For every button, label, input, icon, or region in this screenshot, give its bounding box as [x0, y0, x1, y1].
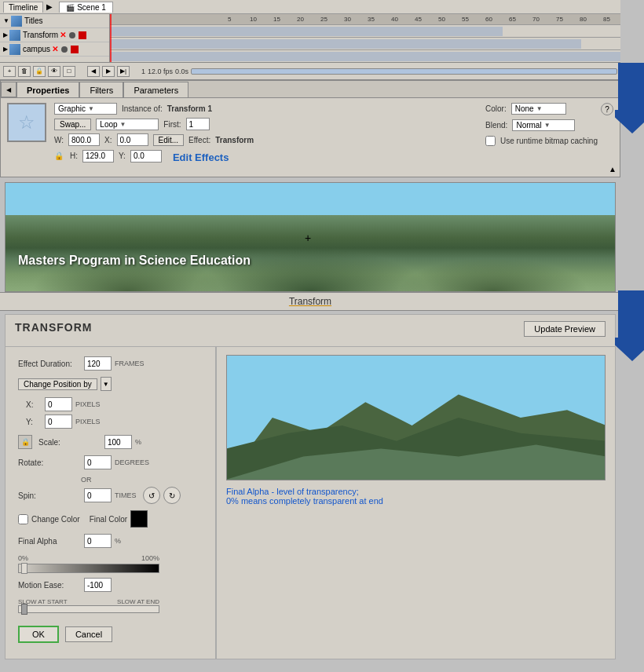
tab-filters[interactable]: Filters — [79, 82, 123, 97]
hint-line1: Final Alpha - level of transparency; — [226, 487, 606, 496]
frame-scrubber[interactable] — [191, 68, 617, 75]
bitmap-row: Use runtime bitmap caching — [485, 136, 598, 146]
bitmap-cache-checkbox[interactable] — [485, 136, 496, 146]
width-input[interactable] — [68, 133, 100, 146]
change-color-checkbox[interactable] — [18, 514, 28, 524]
y-label-prop: Y: — [119, 152, 126, 160]
lock-btn[interactable]: 🔒 — [33, 66, 46, 77]
timeline-ruler: ▼ Titles ▶ Transform ✕ ▶ campus ✕ — [0, 14, 620, 63]
layer-row-titles[interactable]: ▼ Titles — [0, 14, 109, 28]
height-input[interactable] — [82, 150, 114, 163]
x-label-prop: X: — [104, 136, 112, 144]
frame-btn[interactable]: □ — [63, 66, 75, 77]
alpha-slider[interactable] — [18, 564, 159, 573]
eye-btn[interactable]: 👁 — [48, 66, 60, 77]
y-row: Y: PIXELS — [26, 415, 203, 429]
ruler-50: 50 — [438, 16, 445, 23]
trash-btn[interactable]: 🗑 — [18, 66, 31, 77]
x-field-input[interactable] — [45, 397, 72, 411]
rotate-input[interactable] — [84, 455, 112, 469]
alpha-slider-thumb[interactable] — [21, 563, 27, 574]
ruler-5: 5 — [228, 16, 231, 23]
panel-expand-icon[interactable]: ▲ — [609, 165, 617, 173]
motion-ease-row: Motion Ease: — [18, 578, 203, 592]
lock-icon: 🔒 — [54, 152, 64, 160]
timeline-tab[interactable]: Timeline — [3, 2, 43, 13]
tab-parameters[interactable]: Parameters — [123, 82, 188, 97]
first-label: First: — [163, 120, 181, 129]
first-input[interactable] — [186, 118, 210, 130]
help-icon[interactable]: ? — [601, 103, 613, 115]
transform-square-icon — [79, 31, 86, 39]
play-btn[interactable]: ▶ — [102, 66, 115, 77]
prop-icon[interactable]: ◀ — [1, 82, 16, 97]
next-frame-btn[interactable]: ▶| — [117, 66, 130, 77]
spin-cw-btn[interactable]: ↻ — [163, 487, 181, 504]
effect-duration-label: Effect Duration: — [18, 360, 81, 368]
lock-scale-icon[interactable]: 🔒 — [18, 435, 32, 449]
effect-duration-input[interactable] — [84, 356, 112, 371]
blend-dropdown[interactable]: Normal ▼ — [512, 119, 575, 131]
dropdown-arrow-loop: ▼ — [120, 121, 126, 128]
arrow-1-svg — [615, 63, 644, 133]
spin-input[interactable] — [84, 488, 112, 502]
color-dropdown[interactable]: None ▼ — [511, 103, 566, 115]
layer-row-transform[interactable]: ▶ Transform ✕ — [0, 28, 109, 42]
alpha-input[interactable] — [84, 534, 112, 548]
ruler-10: 10 — [250, 16, 257, 23]
y-field-input[interactable] — [45, 415, 72, 429]
edit-effects-label[interactable]: Edit Effects — [173, 152, 229, 163]
tab-properties[interactable]: Properties — [16, 82, 79, 97]
final-color-swatch[interactable] — [130, 510, 148, 528]
ruler-35: 35 — [368, 16, 375, 23]
instance-of-label: Instance of: — [122, 104, 163, 113]
scale-label: Scale: — [38, 438, 101, 447]
final-color-label: Final Color — [90, 515, 127, 524]
position-dropdown[interactable]: Change Position by — [18, 378, 97, 390]
transform-title: TRANSFORM — [15, 321, 92, 334]
ruler-40: 40 — [391, 16, 398, 23]
blend-row: Blend: Normal ▼ — [485, 119, 598, 131]
ruler-65: 65 — [509, 16, 516, 23]
spin-ccw-btn[interactable]: ↺ — [143, 487, 160, 504]
new-layer-btn[interactable]: + — [3, 66, 16, 77]
time-display: 0.0s — [175, 68, 188, 75]
update-preview-btn[interactable]: Update Preview — [524, 321, 606, 337]
fps-display: 12.0 fps — [148, 68, 173, 75]
symbol-type-dropdown[interactable]: Graphic ▼ — [54, 103, 117, 115]
motion-slider-thumb[interactable] — [21, 604, 27, 615]
position-row: Change Position by ▼ — [18, 377, 203, 391]
scale-input[interactable] — [104, 435, 132, 449]
motion-slider[interactable] — [18, 605, 159, 613]
transform-label-bar: Transform — [0, 292, 620, 311]
x-input[interactable] — [117, 133, 148, 146]
layer-row-campus[interactable]: ▶ campus ✕ — [0, 42, 109, 57]
blend-label: Blend: — [485, 121, 507, 130]
motion-ease-input[interactable] — [84, 578, 112, 592]
color-change-row: Change Color Final Color — [18, 510, 203, 528]
cancel-btn[interactable]: Cancel — [65, 626, 112, 642]
y-field-label: Y: — [26, 418, 42, 426]
prev-frame-btn[interactable]: ◀ — [87, 66, 100, 77]
scene-tab[interactable]: 🎬 Scene 1 — [59, 2, 112, 13]
arrow-2-svg — [615, 290, 644, 361]
preview-image — [227, 356, 605, 480]
edit-btn[interactable]: Edit... — [153, 134, 185, 146]
transform-body: Effect Duration: FRAMES Change Position … — [5, 347, 615, 659]
ruler-15: 15 — [273, 16, 280, 23]
position-dropdown-arrow[interactable]: ▼ — [101, 377, 112, 391]
swap-btn[interactable]: Swap... — [54, 119, 91, 130]
y-input[interactable] — [130, 150, 162, 163]
ruler-80: 80 — [580, 16, 587, 23]
alpha-row: Final Alpha % — [18, 534, 203, 548]
ok-btn[interactable]: OK — [18, 626, 59, 643]
ruler-85: 85 — [603, 16, 610, 23]
loop-dropdown[interactable]: Loop ▼ — [96, 119, 159, 130]
dropdown-arrow-blend: ▼ — [544, 122, 551, 129]
x-field-label: X: — [26, 400, 42, 409]
effect-label: Effect: — [188, 136, 210, 144]
x-pixels-label: PIXELS — [75, 400, 101, 408]
xy-section: X: PIXELS Y: PIXELS — [26, 397, 203, 429]
banner-text: Masters Program in Science Education — [18, 254, 251, 268]
spin-label: Spin: — [18, 491, 81, 500]
